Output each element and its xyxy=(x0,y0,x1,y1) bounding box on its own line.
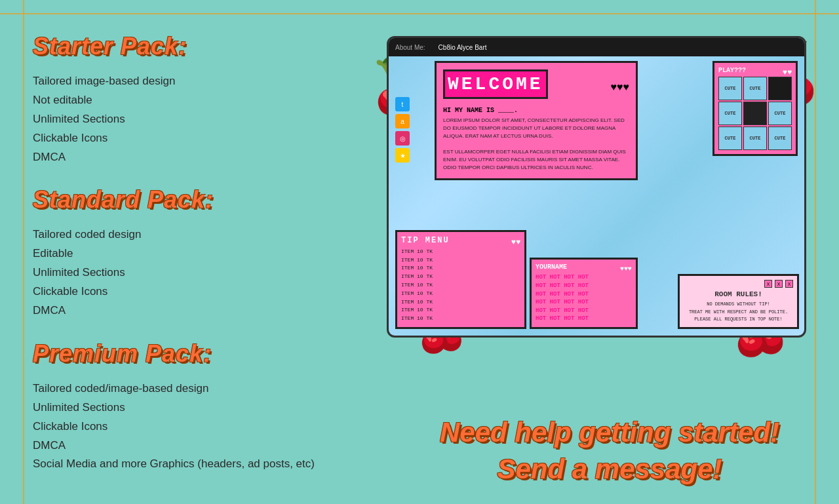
play-cell: CUTE xyxy=(718,126,742,150)
rules-topbar: X X X xyxy=(684,280,793,288)
play-cell: CUTE xyxy=(768,126,792,150)
instagram-icon: ◎ xyxy=(395,131,410,145)
hot-text: HOT HOT HOT HOTHOT HOT HOT HOTHOT HOT HO… xyxy=(536,273,632,323)
star-icon: ★ xyxy=(395,148,410,163)
cta-area: Need help getting started! Send a messag… xyxy=(413,417,806,484)
topbar-tab-2: Cb8io Alyce Bart xyxy=(439,44,487,51)
welcome-text: LOREM IPSUM DOLOR SIT AMET, CONSECTETUR … xyxy=(443,117,629,172)
starter-pack-features: Tailored image-based design Not editable… xyxy=(33,72,334,166)
list-item: Tailored image-based design xyxy=(33,72,334,91)
list-item: Unlimited Sections xyxy=(33,398,334,417)
rules-title: ROOM RULES! xyxy=(684,290,793,298)
cta-sub: Send a message! xyxy=(413,454,806,484)
list-item: Clickable Icons xyxy=(33,129,334,148)
list-item: DMCA xyxy=(33,301,334,320)
play-title: PLAY??? xyxy=(718,67,746,74)
tip-title: TIP MENU xyxy=(401,236,450,245)
play-grid: CUTE CUTE CUTE CUTE CUTE CUTE CUTE xyxy=(718,77,792,150)
standard-pack-features: Tailored coded design Editable Unlimited… xyxy=(33,225,334,320)
list-item: Tailored coded design xyxy=(33,225,334,244)
play-cell: CUTE xyxy=(718,77,742,100)
left-panel: Starter Pack: Tailored image-based desig… xyxy=(33,33,334,494)
starter-pack-section: Starter Pack: Tailored image-based desig… xyxy=(33,33,334,166)
rules-text: NO DEMANDS WITHOUT TIP! TREAT ME WITH RE… xyxy=(684,301,793,323)
list-item: Clickable Icons xyxy=(33,282,334,301)
premium-pack-section: Premium Pack: Tailored coded/image-based… xyxy=(33,340,334,474)
sidebar-icons: t a ◎ ★ xyxy=(395,97,410,163)
play-cell-dark xyxy=(768,77,792,100)
rules-close-btn-1[interactable]: X xyxy=(764,280,772,288)
play-cell-dark xyxy=(743,102,767,125)
premium-pack-title: Premium Pack: xyxy=(33,340,334,368)
play-box: PLAY??? ♥♥ CUTE CUTE CUTE CUTE CUTE CUTE… xyxy=(712,61,798,156)
cta-title: Need help getting started! xyxy=(413,417,806,448)
border-left-line xyxy=(23,0,24,504)
list-item: DMCA xyxy=(33,436,334,456)
welcome-box: WELCOME ♥♥♥ HI MY NAME IS ____. LOREM IP… xyxy=(435,61,638,180)
list-item: Editable xyxy=(33,244,334,263)
border-top-line xyxy=(0,13,839,14)
play-cell: CUTE xyxy=(743,126,767,150)
welcome-title: WELCOME xyxy=(443,69,548,99)
preview-area: 🍒 🍒 🍒 🍒 About Me: Cb8io Alyce Bart t a ◎… xyxy=(387,36,806,338)
premium-pack-features: Tailored coded/image-based design Unlimi… xyxy=(33,379,334,474)
list-item: Social Media and more Graphics (headers,… xyxy=(33,455,334,474)
preview-screen: About Me: Cb8io Alyce Bart t a ◎ ★ WELCO… xyxy=(387,36,806,338)
play-cell: CUTE xyxy=(768,102,792,125)
welcome-name: HI MY NAME IS ____. xyxy=(443,107,629,114)
standard-pack-section: Standard Pack: Tailored coded design Edi… xyxy=(33,186,334,320)
yourname-title: YOURNAME xyxy=(536,263,567,271)
amazon-icon: a xyxy=(395,114,410,128)
tip-items: ITEM 10 TK ITEM 10 TK ITEM 10 TK ITEM 10… xyxy=(401,248,520,323)
room-rules-box: X X X ROOM RULES! NO DEMANDS WITHOUT TIP… xyxy=(678,274,799,329)
play-cell: CUTE xyxy=(718,102,742,125)
twitter-icon: t xyxy=(395,97,410,111)
list-item: Tailored coded/image-based design xyxy=(33,379,334,398)
screen-inner: About Me: Cb8io Alyce Bart t a ◎ ★ WELCO… xyxy=(389,38,804,336)
list-item: Unlimited Sections xyxy=(33,263,334,282)
rules-close-btn-3[interactable]: X xyxy=(785,280,793,288)
topbar-tab-1: About Me: xyxy=(395,44,425,51)
list-item: Not editable xyxy=(33,91,334,110)
list-item: Unlimited Sections xyxy=(33,110,334,129)
play-cell: CUTE xyxy=(743,77,767,100)
standard-pack-title: Standard Pack: xyxy=(33,186,334,214)
rules-close-btn-2[interactable]: X xyxy=(775,280,783,288)
list-item: Clickable Icons xyxy=(33,417,334,436)
tip-menu-box: TIP MENU ♥♥ ITEM 10 TK ITEM 10 TK ITEM 1… xyxy=(395,230,526,329)
starter-pack-title: Starter Pack: xyxy=(33,33,334,60)
screen-topbar: About Me: Cb8io Alyce Bart xyxy=(389,38,804,56)
yourname-box: YOURNAME ♥♥♥ HOT HOT HOT HOTHOT HOT HOT … xyxy=(530,258,638,329)
list-item: DMCA xyxy=(33,148,334,167)
